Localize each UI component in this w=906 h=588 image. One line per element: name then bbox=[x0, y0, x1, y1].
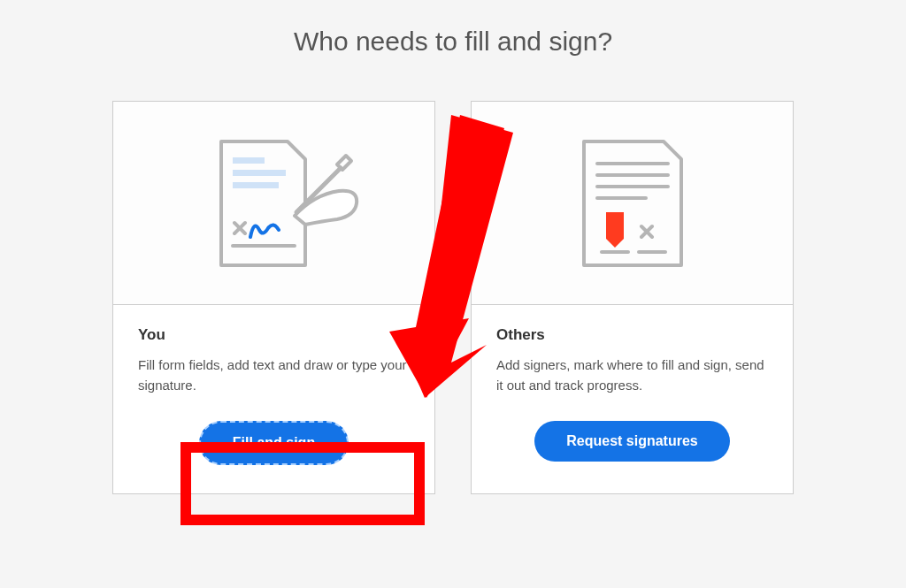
card-you-desc: Fill form fields, add text and draw or t… bbox=[138, 355, 410, 396]
card-you-title: You bbox=[138, 326, 410, 344]
request-signatures-button[interactable]: Request signatures bbox=[534, 421, 729, 462]
svg-rect-2 bbox=[233, 182, 279, 188]
card-container: You Fill form fields, add text and draw … bbox=[0, 101, 906, 494]
fill-and-sign-button[interactable]: Fill and sign bbox=[199, 421, 349, 465]
card-others-title: Others bbox=[496, 326, 768, 344]
card-others: Others Add signers, mark where to fill a… bbox=[471, 101, 794, 494]
card-you: You Fill form fields, add text and draw … bbox=[112, 101, 435, 494]
page-heading: Who needs to fill and sign? bbox=[0, 0, 906, 101]
request-document-icon bbox=[557, 133, 708, 274]
card-you-illustration bbox=[113, 102, 434, 305]
svg-rect-0 bbox=[233, 157, 265, 164]
svg-rect-1 bbox=[233, 170, 286, 176]
card-others-desc: Add signers, mark where to fill and sign… bbox=[496, 355, 768, 396]
card-others-illustration bbox=[472, 102, 793, 305]
sign-document-icon bbox=[181, 133, 367, 274]
